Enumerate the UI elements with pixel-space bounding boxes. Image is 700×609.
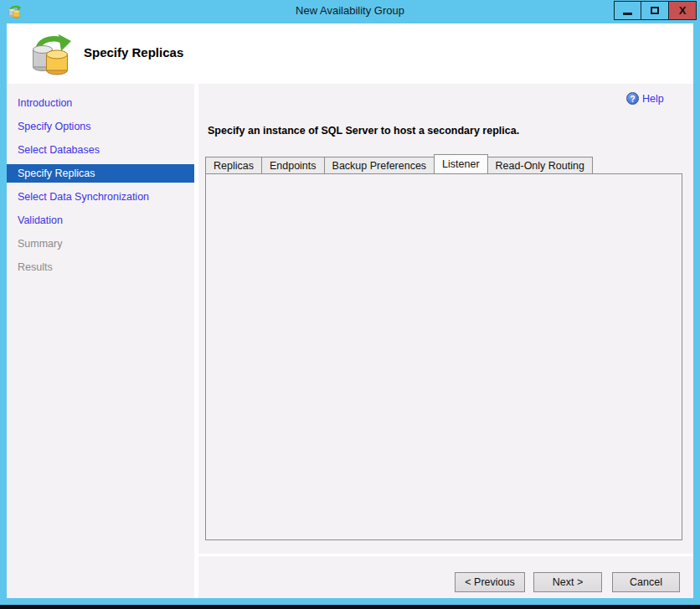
wizard-header: Specify Replicas <box>7 23 693 84</box>
close-icon: X <box>679 4 687 17</box>
tab-replicas[interactable]: Replicas <box>205 157 261 174</box>
sidebar-item-specify-replicas[interactable]: Specify Replicas <box>7 164 194 183</box>
sidebar-item-summary: Summary <box>7 235 194 253</box>
tab-backup-preferences[interactable]: Backup Preferences <box>324 157 435 174</box>
sidebar-separator <box>194 84 198 598</box>
sidebar-item-results: Results <box>7 258 194 276</box>
screen: New Availability Group X <box>0 0 700 609</box>
tab-endpoints[interactable]: Endpoints <box>261 157 324 174</box>
sidebar-item-select-databases[interactable]: Select Databases <box>7 141 194 159</box>
wizard-steps-sidebar: Introduction Specify Options Select Data… <box>7 84 194 598</box>
wizard-window: New Availability Group X <box>0 0 700 605</box>
help-icon: ? <box>626 92 639 105</box>
maximize-icon <box>651 7 659 14</box>
close-button[interactable]: X <box>669 1 697 20</box>
title-bar: New Availability Group X <box>0 0 700 23</box>
tab-listener[interactable]: Listener <box>434 154 487 174</box>
window-title: New Availability Group <box>0 4 700 17</box>
help-link[interactable]: ? Help <box>626 92 664 105</box>
previous-button[interactable]: < Previous <box>455 572 525 592</box>
tab-read-only-routing[interactable]: Read-Only Routing <box>487 157 593 174</box>
availability-group-icon <box>28 30 74 77</box>
sidebar-item-introduction[interactable]: Introduction <box>7 94 194 112</box>
footer-separator <box>198 554 693 556</box>
minimize-icon <box>623 13 632 15</box>
sidebar-item-validation[interactable]: Validation <box>7 211 194 230</box>
help-label: Help <box>642 93 664 105</box>
minimize-button[interactable] <box>614 1 641 20</box>
maximize-button[interactable] <box>641 1 669 20</box>
listener-tab-panel <box>205 173 682 540</box>
replica-tabs: Replicas Endpoints Backup Preferences Li… <box>205 154 593 174</box>
sidebar-item-specify-options[interactable]: Specify Options <box>7 117 194 136</box>
sidebar-item-select-data-synchronization[interactable]: Select Data Synchronization <box>7 188 194 206</box>
cancel-button[interactable]: Cancel <box>612 572 680 592</box>
next-button[interactable]: Next > <box>533 572 602 592</box>
page-title: Specify Replicas <box>84 45 183 59</box>
window-controls: X <box>614 1 697 20</box>
instruction-heading: Specify an instance of SQL Server to hos… <box>208 125 519 137</box>
